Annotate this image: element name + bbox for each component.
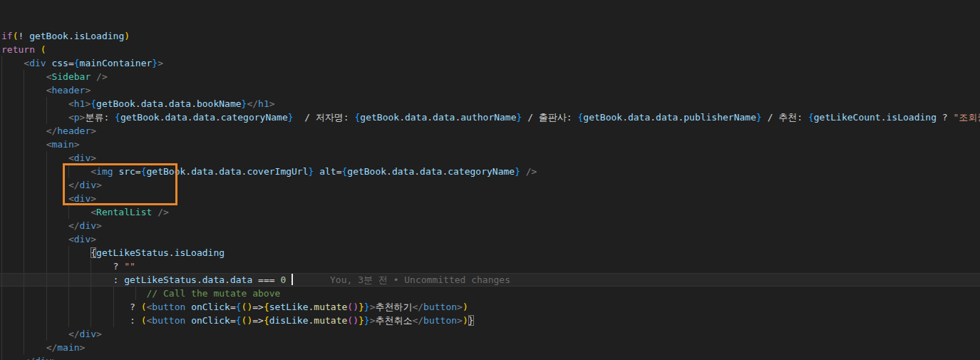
indent-guide <box>24 273 24 287</box>
code-line[interactable]: return ( <box>0 43 980 56</box>
code-token: alt <box>319 166 336 177</box>
indent-guide <box>1 83 2 97</box>
indent-guide <box>1 327 2 341</box>
code-token: getBook <box>347 166 386 177</box>
code-line[interactable]: </header> <box>0 124 980 138</box>
indent-guide <box>24 246 24 259</box>
indent-guide <box>46 232 47 246</box>
code-line[interactable]: {getLikeStatus.isLoading <box>0 246 980 259</box>
code-token: === <box>252 274 280 285</box>
indent-guide <box>46 219 47 232</box>
indent-guide <box>24 165 24 178</box>
code-token: . <box>399 112 405 123</box>
code-line[interactable]: </div> <box>0 178 980 192</box>
code-token: > <box>91 125 96 136</box>
code-token: ( <box>141 302 147 312</box>
code-token: img <box>96 166 113 177</box>
code-line[interactable]: <Sidebar /> <box>0 70 980 83</box>
code-token <box>91 71 96 82</box>
indent-guide <box>24 314 24 327</box>
code-editor[interactable]: if(! getBook.isLoading)return ( <div css… <box>0 0 980 360</box>
indent-guide <box>24 300 24 314</box>
indent-guide <box>24 259 24 273</box>
code-line[interactable]: <main> <box>0 138 980 151</box>
code-token: data <box>628 112 650 123</box>
code-token: getLikeStatus <box>124 274 197 285</box>
code-token: button <box>423 315 457 326</box>
code-token: Sidebar <box>51 71 91 82</box>
indent-guide <box>91 300 91 314</box>
code-line[interactable]: : getLikeStatus.data.data === 0 You, 3분 … <box>0 273 980 287</box>
code-token: categoryName <box>448 166 515 177</box>
code-token: </ <box>68 180 80 190</box>
code-token: < <box>91 207 96 217</box>
code-token: = <box>68 58 74 68</box>
code-token: data <box>656 112 678 123</box>
code-line[interactable]: <div> <box>0 151 980 165</box>
indent-guide <box>68 287 69 300</box>
code-token: getBook <box>360 112 399 123</box>
code-token: . <box>622 112 628 123</box>
code-line[interactable]: if(! getBook.isLoading) <box>0 29 980 43</box>
code-token: > <box>158 58 163 68</box>
code-token: </ <box>46 125 58 136</box>
code-line[interactable]: </main> <box>0 341 980 354</box>
code-token: / 추천: <box>762 112 808 123</box>
git-blame-annotation: You, 3분 전 • Uncommitted changes <box>330 274 510 285</box>
code-token: > <box>96 329 102 339</box>
code-token <box>185 315 191 326</box>
code-token: </ <box>68 329 80 339</box>
code-token: } <box>359 315 364 326</box>
code-token: getBook <box>120 112 160 123</box>
code-token: data <box>202 274 225 285</box>
code-line[interactable]: </div> <box>0 354 980 360</box>
indent-guide <box>91 259 91 273</box>
code-line[interactable]: ? (<button onClick={()=>{setLike.mutate(… <box>0 300 980 314</box>
code-line[interactable]: <header> <box>0 83 980 97</box>
indent-guide <box>24 138 24 151</box>
code-token: RentalList <box>96 207 152 217</box>
code-token: > <box>96 180 102 190</box>
code-line[interactable]: <h1>{getBook.data.data.bookName}</h1> <box>0 97 980 110</box>
indent-guide <box>68 300 69 314</box>
code-line[interactable]: <RentalList /> <box>0 205 980 219</box>
code-line[interactable]: // Call the mutate above <box>0 287 980 300</box>
code-token: data <box>141 98 163 109</box>
code-token: = <box>230 302 236 312</box>
code-token: getLikeCount <box>814 112 881 123</box>
code-token: authorName <box>460 112 516 123</box>
code-line[interactable]: <div> <box>0 232 980 246</box>
code-token: div <box>80 220 96 231</box>
code-token: button <box>423 302 457 312</box>
indent-guide <box>46 178 47 192</box>
indent-guide <box>24 110 24 124</box>
indent-guide <box>46 259 47 273</box>
code-line[interactable]: <p>분류: {getBook.data.data.categoryName} … <box>0 110 980 124</box>
indent-guide <box>68 205 69 219</box>
code-token: data <box>433 112 455 123</box>
code-line[interactable]: <div> <box>0 192 980 205</box>
code-token: < <box>24 58 29 68</box>
code-token: > <box>269 98 275 109</box>
indent-guide <box>46 110 47 124</box>
indent-guide <box>1 124 2 138</box>
code-line[interactable]: ? "" <box>0 259 980 273</box>
code-token: > <box>91 193 96 204</box>
code-token: { <box>115 112 120 123</box>
code-token: { <box>264 302 269 312</box>
code-line[interactable]: </div> <box>0 327 980 341</box>
code-token: { <box>91 98 96 109</box>
code-token: ( <box>141 315 147 326</box>
code-token: ) <box>124 31 130 41</box>
code-token: getBook <box>583 112 622 123</box>
code-token: header <box>57 125 91 136</box>
code-line[interactable]: </div> <box>0 219 980 232</box>
code-token <box>152 207 158 217</box>
code-token: < <box>68 153 74 163</box>
code-token: / 저자명: <box>294 112 355 123</box>
indent-guide <box>91 273 91 287</box>
code-line[interactable]: <div css={mainContainer}> <box>0 56 980 70</box>
code-line[interactable]: : (<button onClick={()=>{disLike.mutate(… <box>0 314 980 327</box>
code-line[interactable]: <img src={getBook.data.data.coverImgUrl}… <box>0 165 980 178</box>
indent-guide <box>68 259 69 273</box>
